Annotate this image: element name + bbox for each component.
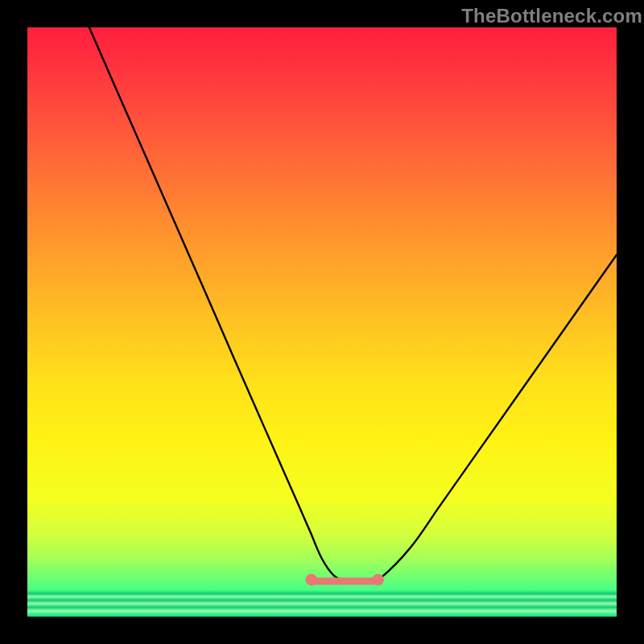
plot-area [27, 27, 617, 617]
curve-overlay [27, 27, 617, 617]
chart-frame: TheBottleneck.com [0, 0, 644, 644]
accent-endcap-left [306, 574, 318, 586]
bottleneck-curve [89, 27, 617, 582]
accent-endcap-right [372, 574, 384, 586]
watermark-label: TheBottleneck.com [461, 5, 642, 27]
